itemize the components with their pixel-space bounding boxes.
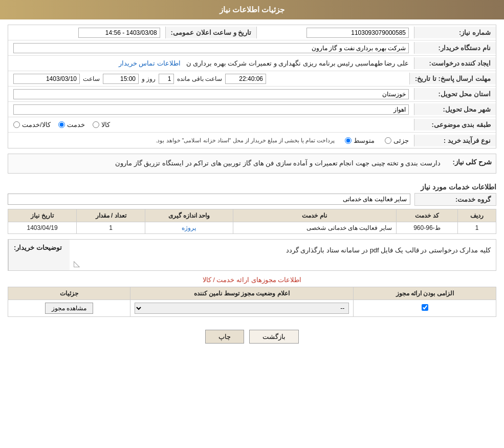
shomare-row: شماره نیاز: تاریخ و ساعت اعلان عمومی: (8, 25, 496, 40)
permits-table-wrapper: الزامی بودن ارائه مجوز اعلام وضعیت مجوز … (8, 287, 496, 317)
nav-jozi-label: جزئی (393, 137, 409, 144)
tabaqe-kalakhedmat-radio[interactable] (13, 121, 20, 128)
tabaqe-value: کالا خدمت کالا/خدمت (8, 119, 414, 131)
page-title: جزئیات اطلاعات نیاز (220, 5, 284, 14)
mohlat-label: مهلت ارسال پاسخ: تا تاریخ: (409, 73, 496, 84)
grouh-label: گروه خدمت: (414, 193, 496, 206)
th-count: تعداد / مقدار (77, 209, 145, 222)
nav-jozi-item[interactable]: جزئی (385, 137, 409, 144)
namdasgah-row: نام دستگاه خریدار: (8, 40, 496, 56)
th-status: اعلام وضعیت مجوز توسط نامین کننده (130, 287, 354, 300)
khadamat-table: ردیف کد خدمت نام خدمت واحد اندازه گیری ت… (8, 209, 496, 234)
tabaqe-kala-item[interactable]: کالا (93, 121, 110, 129)
mohlat-value: ساعت باقی مانده روز و ساعت (8, 72, 409, 86)
sharh-box: شرح کلی نیاز: دارست بندی و تخته چینی جهت… (8, 154, 496, 174)
view-permit-button[interactable]: مشاهده مجوز (45, 303, 93, 314)
cell-count: 1 (77, 222, 145, 233)
th-detail: جزئیات (8, 287, 130, 300)
nav-jozi-radio[interactable] (385, 137, 391, 144)
namdasgah-input[interactable] (13, 43, 409, 53)
rooz-input[interactable] (159, 74, 174, 84)
grouh-input[interactable] (8, 194, 410, 205)
namdasgah-label: نام دستگاه خریدار: (414, 42, 496, 54)
nav-motovaset-radio[interactable] (345, 137, 352, 144)
public-datetime-label: تاریخ و ساعت اعلان عمومی: (165, 27, 257, 38)
cell-code: ط-96-960 (396, 222, 458, 233)
tabaqe-kalakhedmat-item[interactable]: کالا/خدمت (13, 121, 51, 129)
permit-status-select[interactable]: -- دارد ندارد (135, 303, 349, 314)
tabaqe-kala-radio[interactable] (93, 121, 99, 128)
khadamat-title: اطلاعات خدمات مورد نیاز (8, 179, 496, 193)
services-section: گروه خدمت: ردیف کد خدمت نام خدمت واحد ان… (8, 193, 496, 234)
tabaqe-kala-label: کالا (101, 121, 110, 129)
ejad-link[interactable]: اطلاعات تماس خریدار (119, 59, 181, 67)
page-header: جزئیات اطلاعات نیاز (0, 0, 504, 19)
page-wrapper: جزئیات اطلاعات نیاز شماره نیاز: تاریخ و … (0, 0, 504, 448)
th-elzami: الزامی بودن ارائه مجوز (354, 287, 496, 300)
nav-motovaset-label: متوسط (354, 137, 375, 144)
countdown-time-input[interactable] (225, 74, 266, 84)
print-button[interactable]: چاپ (205, 330, 244, 344)
permit-detail-cell: مشاهده مجوز (8, 300, 130, 316)
tabaqe-khedmat-radio[interactable] (58, 121, 65, 128)
buyer-notes-content: کلیه مدارک درخواستی در قالب یک فایل pdf … (70, 240, 496, 270)
cell-unit: پروژه (145, 222, 233, 233)
navfarayand-value: جزئی متوسط پرداخت تمام یا بخشی از مبلغ خ… (8, 135, 414, 146)
shahr-value (8, 102, 414, 117)
cell-radif: 1 (458, 222, 496, 233)
permit-required-cell (354, 300, 496, 316)
permits-link[interactable]: اطلاعات مجوزهای ارائه خدمت / کالا (8, 276, 496, 284)
ostan-input[interactable] (13, 89, 409, 99)
buyer-notes-text: کلیه مدارک درخواستی در قالب یک فایل pdf … (75, 244, 491, 254)
buyer-notes-box: کلیه مدارک درخواستی در قالب یک فایل pdf … (8, 239, 496, 271)
tabaqe-kalakhedmat-label: کالا/خدمت (22, 121, 51, 129)
th-code: کد خدمت (396, 209, 458, 222)
back-button[interactable]: بازگشت (249, 330, 299, 344)
public-datetime-input[interactable] (78, 28, 160, 38)
saat-label: ساعت (83, 75, 100, 82)
navfarayand-note: پرداخت تمام یا بخشی از مبلغ خریدار از مح… (156, 137, 335, 144)
ostan-row: استان محل تحویل: (8, 87, 496, 102)
ejad-text: علی رضا طهماسبی رئیس برنامه ریزی نگهداری… (186, 59, 409, 67)
navfarayand-row: نوع فرآیند خرید : جزئی متوسط پرداخت تمام… (8, 133, 496, 148)
namdasgah-value (8, 41, 414, 55)
nav-motovaset-item[interactable]: متوسط (345, 137, 375, 144)
main-info-grid: شماره نیاز: تاریخ و ساعت اعلان عمومی: نا… (8, 25, 496, 148)
permits-table: الزامی بودن ارائه مجوز اعلام وضعیت مجوز … (8, 287, 496, 317)
shahr-input[interactable] (13, 104, 409, 115)
sharh-label: شرح کلی نیاز: (446, 158, 492, 166)
table-row: 1 ط-96-960 سایر فعالیت های خدماتی شخصی پ… (8, 222, 496, 233)
shahr-label: شهر محل تحویل: (414, 103, 496, 115)
ostan-label: استان محل تحویل: (414, 88, 496, 100)
ostan-value (8, 87, 414, 101)
public-datetime-value (8, 26, 165, 40)
permit-status-cell: -- دارد ندارد (130, 300, 354, 316)
shomare-input[interactable] (306, 28, 409, 38)
cell-date: 1403/04/19 (8, 222, 77, 233)
cell-name: سایر فعالیت های خدماتی شخصی (233, 222, 396, 233)
action-buttons: بازگشت چاپ (8, 322, 496, 349)
navfarayand-label: نوع فرآیند خرید : (414, 135, 496, 146)
rooz-label: روز و (142, 75, 156, 82)
ejad-row: ایجاد کننده درخواست: علی رضا طهماسبی رئی… (8, 56, 496, 71)
shomare-value (257, 26, 414, 40)
th-date: تاریخ نیاز (8, 209, 77, 222)
mohlat-row: مهلت ارسال پاسخ: تا تاریخ: ساعت باقی مان… (8, 71, 496, 87)
shahr-row: شهر محل تحویل: (8, 102, 496, 117)
shomare-label: شماره نیاز: (414, 27, 496, 38)
sharh-text: دارست بندی و تخته چینی جهت انجام تعمیرات… (12, 158, 441, 169)
saat-input[interactable] (103, 74, 139, 84)
main-content: شماره نیاز: تاریخ و ساعت اعلان عمومی: نا… (0, 19, 504, 354)
resize-icon: ◺ (74, 259, 80, 268)
saat-mande-label: ساعت باقی مانده (177, 75, 222, 82)
th-name: نام خدمت (233, 209, 396, 222)
permits-row: -- دارد ندارد مشاهده مجوز (8, 300, 496, 316)
tabaqe-khedmat-item[interactable]: خدمت (58, 121, 85, 129)
tarikh-input[interactable] (13, 74, 80, 84)
ejad-value: علی رضا طهماسبی رئیس برنامه ریزی نگهداری… (8, 57, 414, 69)
tabaqe-khedmat-label: خدمت (67, 121, 85, 129)
buyer-notes-label: توضیحات خریدار: (8, 240, 70, 270)
th-unit: واحد اندازه گیری (145, 209, 233, 222)
th-radif: ردیف (458, 209, 496, 222)
permit-required-checkbox[interactable] (422, 304, 428, 311)
